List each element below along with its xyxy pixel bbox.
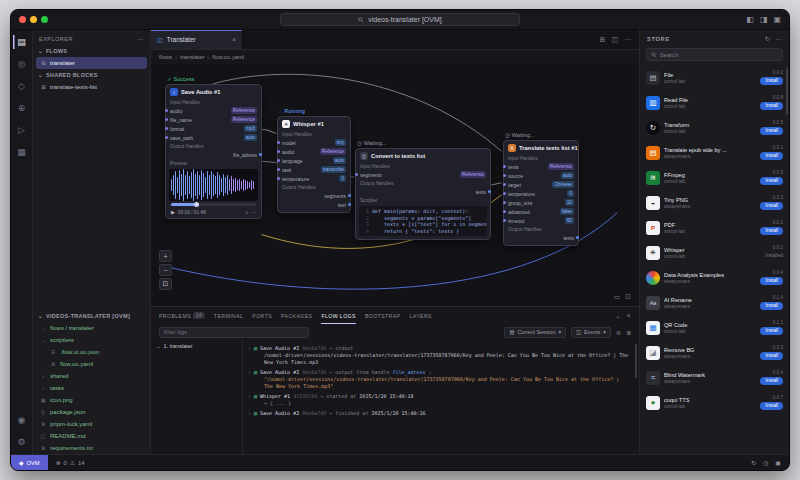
chevron-right-icon[interactable]: › <box>248 393 251 399</box>
output-handle-row[interactable]: text <box>278 200 350 209</box>
log-row[interactable]: › ▤ Save Audio #2 8be6a7d9 ⇒ stdout <box>248 343 629 365</box>
ovm-remote-badge[interactable]: ◆ OVM <box>11 455 48 470</box>
activity-source-control-icon[interactable]: ⊕ <box>13 101 31 115</box>
store-item[interactable]: P PDF oomol-lab 0.0.2 Install <box>640 215 789 240</box>
handle-dot[interactable] <box>165 127 168 130</box>
store-item[interactable]: ▥ Read File oomol-lab 0.0.8 Install <box>640 90 789 115</box>
panel-tab[interactable]: PORTS <box>252 307 272 324</box>
layout-sidebar-icon[interactable]: ◧ <box>746 16 754 24</box>
store-item[interactable]: ◒ Tiny PNG alwaysmavs 0.0.3 Install <box>640 190 789 215</box>
handle-value-chip[interactable]: 60 <box>565 217 574 224</box>
input-handle-row[interactable]: segments Reference <box>356 170 490 179</box>
install-button[interactable]: Install <box>760 302 783 310</box>
breadcrumb-item[interactable]: flows <box>159 54 172 60</box>
collapse-panel-icon[interactable]: ⌄ <box>615 312 621 320</box>
fit-view-button[interactable]: ⊡ <box>159 278 172 290</box>
install-button[interactable]: Install <box>760 202 783 210</box>
handle-dot[interactable] <box>503 219 506 222</box>
activity-explorer-icon[interactable]: ▤ <box>13 35 31 49</box>
handle-value-chip[interactable]: auto <box>244 134 257 141</box>
layout-panel-icon[interactable]: ◨ <box>760 16 768 24</box>
section-flows[interactable]: ⌄ FLOWS <box>33 45 150 57</box>
store-search-input[interactable]: Search <box>646 48 783 61</box>
install-button[interactable]: Install <box>760 127 783 135</box>
input-handle-row[interactable]: save_path auto <box>166 133 261 142</box>
store-item[interactable]: ✳ Whisper oomol-lab 0.0.2 Installed <box>640 240 789 265</box>
tree-item[interactable]: {} package.json <box>33 406 150 418</box>
store-item[interactable]: Aa AI Rename alwaysmavs 0.1.4 Install <box>640 290 789 315</box>
log-row[interactable]: › ▤ Save Audio #2 8be6a7d9 ⇒ finished at… <box>248 408 629 417</box>
install-button[interactable]: Install <box>760 402 783 410</box>
handle-dot[interactable] <box>488 190 491 193</box>
slider-knob[interactable] <box>194 202 199 207</box>
scriptlet-code[interactable]: 1 def main(params: dict, context): 2 seg… <box>359 206 487 236</box>
input-handle-row[interactable]: texts Reference <box>504 162 578 171</box>
handle-value-chip[interactable]: mp3 <box>244 125 257 132</box>
split-editor-icon[interactable]: ⊞ <box>600 36 606 44</box>
fullscreen-icon[interactable]: ⊡ <box>625 293 631 301</box>
chevron-right-icon[interactable]: › <box>248 345 251 351</box>
handle-value-chip[interactable]: Chinese <box>552 181 574 188</box>
section-project[interactable]: ⌄ VIDEOS-TRANSLATER [OVM] <box>33 310 150 322</box>
problems-status[interactable]: ⊗ 0 ⚠ 14 <box>56 460 85 466</box>
handle-dot[interactable] <box>277 141 280 144</box>
handle-dot[interactable] <box>277 168 280 171</box>
handle-value-chip[interactable]: Reference <box>231 107 257 114</box>
player-more-icon[interactable]: ⋯ <box>251 209 256 215</box>
install-button[interactable]: Install <box>760 152 783 160</box>
handle-value-chip[interactable]: false <box>560 208 574 215</box>
install-button[interactable]: Install <box>760 352 783 360</box>
zoom-in-button[interactable]: + <box>159 250 172 262</box>
handle-dot[interactable] <box>348 194 351 197</box>
handle-dot[interactable] <box>503 183 506 186</box>
store-item[interactable]: Data Analysis Examples alwaysmavs 0.0.4 … <box>640 265 789 290</box>
panel-tab[interactable]: FLOW LOGS <box>321 307 355 324</box>
activity-flows-icon[interactable]: ◇ <box>13 79 31 93</box>
activity-account-icon[interactable]: ◉ <box>13 413 31 427</box>
handle-dot[interactable] <box>277 150 280 153</box>
tree-item[interactable]: ▦ icon.png <box>33 394 150 406</box>
breadcrumb-item[interactable]: translater <box>180 54 204 60</box>
more-actions-icon[interactable]: ⋯ <box>624 36 631 44</box>
panel-tab[interactable]: PROBLEMS 14 <box>159 307 205 324</box>
input-handle-row[interactable]: temperature 0 <box>504 189 578 198</box>
activity-settings-icon[interactable]: ⚙ <box>13 435 31 449</box>
layout-grid-icon[interactable]: ▣ <box>773 16 781 24</box>
breadcrumb-item[interactable]: flow.oo.yaml <box>212 54 244 60</box>
handle-dot[interactable] <box>165 136 168 139</box>
input-handle-row[interactable]: temperature 0 <box>278 174 350 183</box>
scrollbar[interactable] <box>635 344 638 378</box>
install-button[interactable]: Install <box>760 77 783 85</box>
tree-item[interactable]: ≣ requirements.txt <box>33 442 150 454</box>
install-button[interactable]: Install <box>760 327 783 335</box>
input-handle-row[interactable]: audio Reference <box>166 106 261 115</box>
scroll-lock-icon[interactable]: ≣ <box>626 329 631 336</box>
handle-dot[interactable] <box>355 173 358 176</box>
chevron-right-icon[interactable]: › <box>248 369 251 375</box>
handle-value-chip[interactable]: Reference <box>231 116 257 123</box>
input-handle-row[interactable]: language auto <box>278 156 350 165</box>
output-handle-row[interactable]: texts <box>356 187 490 196</box>
store-item[interactable]: ↻ Transform oomol-lab 0.0.5 Install <box>640 115 789 140</box>
node-translate-texts[interactable]: ◷ Waiting... A Translate texts list #1 I… <box>503 140 579 246</box>
handle-value-chip[interactable]: 0 <box>339 175 346 182</box>
refresh-store-icon[interactable]: ↻ <box>765 35 771 42</box>
activity-run-icon[interactable]: ▷ <box>13 123 31 137</box>
handle-dot[interactable] <box>503 192 506 195</box>
handle-dot[interactable] <box>503 174 506 177</box>
input-handle-row[interactable]: target Chinese <box>504 180 578 189</box>
handle-dot[interactable] <box>348 203 351 206</box>
handle-value-chip[interactable]: Reference <box>460 171 486 178</box>
panel-tab[interactable]: TERMINAL <box>214 307 243 324</box>
log-tree-item[interactable]: ⌄ 1. translater <box>156 343 237 349</box>
store-item[interactable]: ▤ Translate epub side by ... alwaysmavs … <box>640 140 789 165</box>
handle-value-chip[interactable]: 10 <box>565 199 574 206</box>
handle-dot[interactable] <box>503 210 506 213</box>
store-item[interactable]: ● coqui TTS oomol-lab 0.0.7 Install <box>640 390 789 415</box>
close-window-button[interactable] <box>19 16 26 23</box>
input-handle-row[interactable]: timeout 60 <box>504 216 578 225</box>
handle-value-chip[interactable]: auto <box>333 157 346 164</box>
volume-icon[interactable]: ♪ <box>246 209 249 215</box>
clear-logs-icon[interactable]: ⊘ <box>616 329 621 336</box>
handle-value-chip[interactable]: transcribe <box>321 166 346 173</box>
